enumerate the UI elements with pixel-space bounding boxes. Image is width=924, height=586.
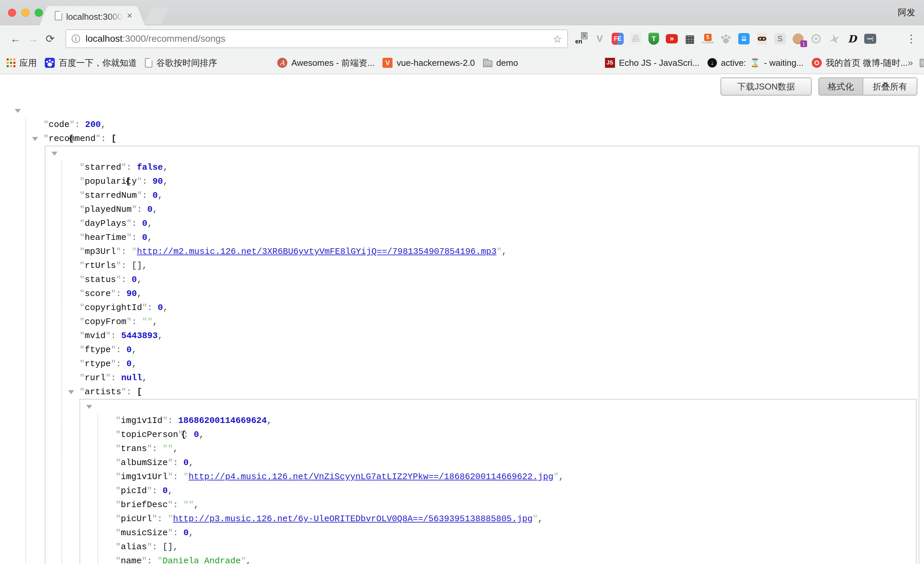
json-url-link[interactable]: http://m2.music.126.net/3XR6BU6yvtyVmFE8… xyxy=(137,246,497,257)
json-open-bracket: [ xyxy=(137,387,142,397)
bookmark-weibo[interactable]: 我的首页 微博-随时... xyxy=(812,57,908,69)
bird-extension-icon[interactable] xyxy=(828,32,840,45)
weibo-icon xyxy=(812,58,822,68)
json-value-number: 18686200114669624 xyxy=(178,416,267,426)
json-url-link[interactable]: http://p4.music.126.net/VnZiScyynLG7atLI… xyxy=(188,472,553,482)
new-tab-button[interactable] xyxy=(144,7,169,24)
download-extension-icon[interactable]: ⇊ xyxy=(738,32,750,45)
window-minimize-button[interactable] xyxy=(21,9,30,17)
array-element-box: { "starred": false,"popularity": 90,"sta… xyxy=(45,146,919,564)
echojs-icon: JS xyxy=(605,58,615,68)
json-key: score xyxy=(85,289,111,299)
page-favicon xyxy=(55,11,62,20)
format-button[interactable]: 格式化 xyxy=(819,78,863,95)
site-info-icon[interactable]: ⓘ xyxy=(71,33,80,45)
forward-icon[interactable]: → xyxy=(24,33,41,45)
json-value-number: 200 xyxy=(85,120,101,130)
json-line-status: "status": 0, xyxy=(79,272,917,287)
qr-code-extension-icon[interactable]: ▦ xyxy=(683,32,696,45)
tab-title-fade xyxy=(108,10,125,21)
bookmark-star-icon[interactable]: ☆ xyxy=(553,33,562,45)
back-icon[interactable]: ← xyxy=(7,33,24,45)
json-value-string: Daniela Andrade xyxy=(162,556,241,564)
collapse-toggle-icon[interactable] xyxy=(86,405,92,409)
bookmark-vue-hackernews[interactable]: V vue-hackernews-2.0 xyxy=(383,58,475,68)
reload-icon[interactable]: ⟳ xyxy=(41,32,59,45)
json-object-open-line: { xyxy=(80,399,916,414)
html5-player-extension-icon[interactable]: 5 PLAYER xyxy=(701,32,714,45)
collapse-toggle-icon[interactable] xyxy=(51,152,58,156)
json-key: topicPerson xyxy=(121,430,178,440)
bookmarks-overflow-chevron-icon[interactable]: » xyxy=(908,58,913,68)
vue-devtools-icon[interactable]: V xyxy=(593,32,606,45)
json-value-number: 0 xyxy=(194,430,199,440)
json-key: popularity xyxy=(85,177,137,187)
translate-extension-icon[interactable]: 英 en xyxy=(575,32,588,45)
window-close-button[interactable] xyxy=(8,9,16,17)
bookmark-google-sort[interactable]: 谷歌按时间排序 xyxy=(145,57,217,69)
json-value-number: 0 xyxy=(147,205,153,215)
shield-extension-icon[interactable]: T xyxy=(647,32,660,45)
json-line-starred: "starred": false, xyxy=(79,160,917,174)
json-key: alias xyxy=(121,542,147,552)
json-song-children: "starred": false,"popularity": 90,"starr… xyxy=(61,160,919,564)
paw-extension-icon[interactable] xyxy=(719,32,732,45)
folder-icon xyxy=(483,61,492,67)
browser-toolbar: ← → ⟳ ⓘ localhost :3000/recommend/songs … xyxy=(0,25,924,52)
s-extension-icon[interactable]: S xyxy=(774,32,786,45)
bookmark-awesomes[interactable]: A Awesomes - 前端资... xyxy=(277,57,375,69)
json-key: mvid xyxy=(85,331,106,341)
json-url-link[interactable]: http://p3.music.126.net/6y-UleORITEDbvrO… xyxy=(173,514,533,524)
json-line-albumSize: "albumSize": 0, xyxy=(116,456,916,470)
window-zoom-button[interactable] xyxy=(35,9,43,17)
collapse-toggle-icon[interactable] xyxy=(68,390,74,394)
json-line-code: "code": 200, xyxy=(43,117,919,132)
json-root-line: { xyxy=(0,104,919,117)
mask-document-extension-icon[interactable] xyxy=(756,32,768,45)
bookmark-active-waiting[interactable]: ↓ active: ⌛ - waiting... xyxy=(708,58,804,68)
page-icon xyxy=(145,58,152,68)
video-speed-extension-icon[interactable]: » xyxy=(665,32,678,45)
tampermonkey-extension-icon[interactable]: 1 xyxy=(792,32,804,45)
collapse-toggle-icon[interactable] xyxy=(15,109,21,113)
json-key: name xyxy=(121,556,142,564)
json-value-number: 0 xyxy=(142,233,147,243)
json-line-score: "score": 90, xyxy=(79,287,917,301)
json-key: artists xyxy=(85,387,121,397)
url-path: :3000/recommend/songs xyxy=(122,33,226,44)
password-manager-extension-icon[interactable]: •••| xyxy=(864,32,876,45)
d-extension-icon[interactable]: D xyxy=(846,32,858,45)
weibo-gray-extension-icon[interactable] xyxy=(810,32,822,45)
collapse-toggle-icon[interactable] xyxy=(32,137,38,141)
collapse-all-button[interactable]: 折叠所有 xyxy=(863,78,917,95)
json-line-mp3Url: "mp3Url": "http://m2.music.126.net/3XR6B… xyxy=(79,244,917,259)
json-line-starredNum: "starredNum": 0, xyxy=(79,188,917,203)
tab-close-icon[interactable]: × xyxy=(127,11,132,20)
bookmark-demo-folder[interactable]: demo xyxy=(483,58,518,68)
address-bar[interactable]: ⓘ localhost :3000/recommend/songs ☆ xyxy=(66,30,568,48)
profile-name[interactable]: 阿发 xyxy=(898,7,915,18)
json-key: mp3Url xyxy=(85,246,116,257)
download-json-button[interactable]: 下载JSON数据 xyxy=(721,78,812,96)
browser-tab[interactable]: localhost:3000/recommend/so × xyxy=(50,6,135,25)
json-key: picUrl xyxy=(121,514,152,524)
json-key: briefDesc xyxy=(121,500,168,510)
json-line-picId: "picId": 0, xyxy=(116,484,916,498)
fe-extension-icon[interactable]: FE xyxy=(611,32,624,45)
other-bookmarks[interactable]: 其他书签 xyxy=(920,57,924,69)
bookmark-apps[interactable]: 应用 xyxy=(7,57,37,69)
bookmark-echojs[interactable]: JS Echo JS - JavaScri... xyxy=(605,58,700,68)
json-key: picId xyxy=(121,486,147,496)
extension-icons: 英 en V FE 品 T » ▦ 5 PLAYER ⇊ S 1 xyxy=(575,32,876,45)
json-key: starred xyxy=(85,162,121,172)
bookmark-label: 应用 xyxy=(19,57,37,69)
json-key: img1v1Id xyxy=(121,416,163,426)
json-key: status xyxy=(85,275,116,285)
chrome-menu-icon[interactable]: ⋮ xyxy=(905,32,917,45)
bookmark-baidu[interactable]: 百度一下，你就知道 xyxy=(45,57,137,69)
bookmark-label: Echo JS - JavaScri... xyxy=(619,58,700,68)
json-value-number: 90 xyxy=(126,289,137,299)
json-key: playedNum xyxy=(85,205,132,215)
sitemap-extension-icon[interactable]: 品 xyxy=(629,32,642,45)
json-root-children: "code": 200,"recommend": [ { "starred": … xyxy=(25,117,919,564)
